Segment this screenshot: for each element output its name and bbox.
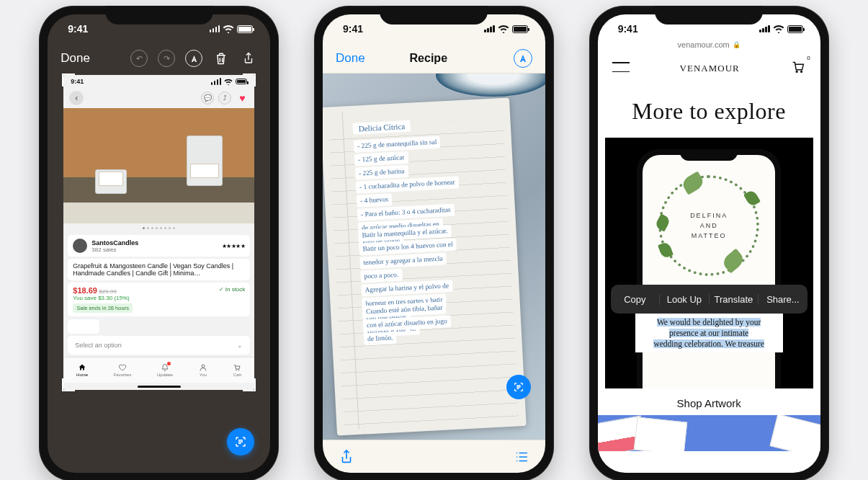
back-button[interactable]: ‹ xyxy=(69,91,84,105)
trash-button[interactable] xyxy=(212,50,230,67)
crop-area[interactable]: 9:41 ‹ 💬 ⤴ ♥ xyxy=(63,75,254,390)
tab-cart[interactable]: Cart xyxy=(233,363,241,377)
notch xyxy=(105,6,213,25)
notes-toolbar: Done Recipe xyxy=(323,43,545,74)
wifi-icon xyxy=(223,25,234,33)
tab-bar: Home Favorites Updates You Cart xyxy=(63,357,254,383)
markup-toolbar: Done ↶ ↷ xyxy=(48,43,270,74)
phone-screenshot-editor: 9:41 Done ↶ ↷ xyxy=(39,6,279,480)
live-text-fab[interactable] xyxy=(227,428,254,455)
share-icon[interactable] xyxy=(339,449,354,465)
live-text-fab[interactable] xyxy=(506,375,531,399)
notch xyxy=(655,6,763,25)
product-photo xyxy=(63,108,254,223)
undo-button[interactable]: ↶ xyxy=(130,50,148,67)
done-button[interactable]: Done xyxy=(61,51,90,66)
finishing-highlight[interactable]: Cuando esté aún tibia, bañarcon el azúca… xyxy=(362,301,452,347)
redo-button[interactable]: ↷ xyxy=(158,50,175,67)
sale-ends-badge: Sale ends in 28 hours xyxy=(73,303,133,313)
phone-safari-website: 9:41 venamour.com🔒 venamour 0 More to ex… xyxy=(589,6,829,480)
svg-point-0 xyxy=(202,365,205,368)
cart-button[interactable]: 0 xyxy=(790,59,806,75)
status-time: 9:41 xyxy=(68,23,88,35)
footer-carousel[interactable] xyxy=(598,415,820,451)
list-icon[interactable] xyxy=(514,449,529,465)
volume-label: Volume xyxy=(68,319,99,334)
hero-title: More to explore xyxy=(605,98,813,125)
battery-icon xyxy=(237,25,253,33)
screenshot-content: 9:41 ‹ 💬 ⤴ ♥ xyxy=(63,75,254,390)
share-button[interactable] xyxy=(240,50,257,67)
menu-lookup[interactable]: Look Up xyxy=(660,294,710,305)
menu-button[interactable] xyxy=(612,62,630,72)
phone-notes-recipe: 9:41 Done Recipe Delicia Cítrica - 225 g… xyxy=(314,6,554,480)
site-header: venamour 0 xyxy=(598,53,820,81)
product-title: Grapefruit & Mangosteen Candle | Vegan S… xyxy=(68,259,250,280)
seller-sales: 382 sales xyxy=(91,246,138,253)
status-time: 9:41 xyxy=(618,23,638,35)
tab-you[interactable]: You xyxy=(199,363,207,377)
original-price: $21.99 xyxy=(99,288,117,295)
selected-text[interactable]: We would be delighted by your presence a… xyxy=(635,314,783,352)
invitation-mockup: DELFINA AND MATTEO 09.21.2021 xyxy=(637,149,781,388)
option-select[interactable]: Select an option⌄ xyxy=(68,336,250,355)
artwork-card[interactable]: DELFINA AND MATTEO 09.21.2021 Copy Look … xyxy=(605,138,813,388)
wifi-icon xyxy=(498,25,509,33)
price-box: $18.69 $21.99 You save $3.30 (15%) Sale … xyxy=(68,283,250,316)
wreath-illustration: DELFINA AND MATTEO xyxy=(658,175,759,276)
shop-artwork-label[interactable]: Shop Artwork xyxy=(598,397,820,409)
comment-icon[interactable]: 💬 xyxy=(201,92,214,105)
share-mini-icon[interactable]: ⤴ xyxy=(218,92,231,105)
tab-favorites[interactable]: Favorites xyxy=(114,363,132,377)
note-title: Recipe xyxy=(351,52,506,65)
rating-stars: ★★★★★ xyxy=(222,243,246,249)
markup-pen-button[interactable] xyxy=(185,50,202,67)
menu-copy[interactable]: Copy xyxy=(611,294,661,305)
seller-avatar xyxy=(73,239,87,253)
battery-icon xyxy=(512,25,528,33)
tab-updates[interactable]: Updates xyxy=(157,363,173,377)
seller-name: SantosCandles xyxy=(91,239,138,246)
price: $18.69 xyxy=(73,286,97,295)
signal-icon xyxy=(210,25,220,32)
notch xyxy=(380,6,488,25)
carousel-dots[interactable] xyxy=(63,223,254,232)
favorite-heart-icon[interactable]: ♥ xyxy=(236,92,249,105)
menu-translate[interactable]: Translate xyxy=(710,294,759,305)
wifi-icon xyxy=(773,25,784,33)
text-context-menu: Copy Look Up Translate Share... xyxy=(611,285,807,314)
seller-row[interactable]: SantosCandles 382 sales ★★★★★ xyxy=(68,235,250,257)
cart-count: 0 xyxy=(807,55,810,61)
notes-bottom-bar xyxy=(323,440,545,473)
notebook-photo[interactable]: Delicia Cítrica - 225 g de mantequilla s… xyxy=(323,74,545,440)
brand-logo[interactable]: venamour xyxy=(680,60,740,75)
menu-share[interactable]: Share... xyxy=(759,294,807,305)
savings-text: You save $3.30 (15%) xyxy=(73,295,211,301)
signal-icon xyxy=(759,25,770,32)
tab-home[interactable]: Home xyxy=(76,363,88,377)
status-time: 9:41 xyxy=(343,23,363,35)
signal-icon xyxy=(484,25,495,32)
in-stock-badge: ✓ In stock xyxy=(219,286,246,293)
markup-pen-button[interactable] xyxy=(514,49,532,68)
chevron-down-icon: ⌄ xyxy=(237,342,243,349)
battery-icon xyxy=(787,25,803,33)
